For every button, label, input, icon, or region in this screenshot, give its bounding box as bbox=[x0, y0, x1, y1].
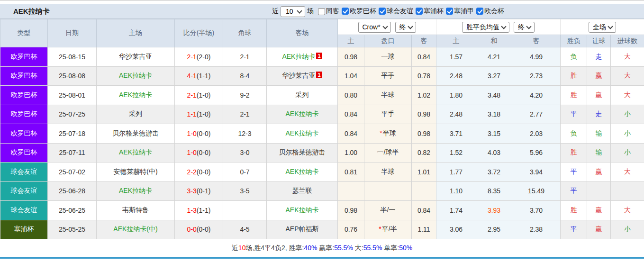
odds-type-select[interactable]: 胜平负均值 bbox=[462, 22, 509, 33]
summary-stats-text: 近10场,胜4平4负2, 胜率:40% 赢率:55.5% 大:55.5% 单率:… bbox=[232, 244, 412, 253]
ah-home-odds-cell: 0.98 bbox=[338, 201, 364, 220]
summary-segment: 近 bbox=[232, 244, 238, 252]
goals-result-cell: 小 bbox=[611, 143, 644, 163]
away-team-cell: 华沙莱吉亚1 bbox=[267, 66, 338, 86]
goals-result-cell: 小 bbox=[611, 105, 644, 124]
draw-odds-cell: 3.27 bbox=[476, 66, 512, 86]
ah-away-odds-cell: 1.11 bbox=[412, 220, 436, 239]
match-row: 欧罗巴杯25-07-11AEK拉纳卡1-0(0-0)3-0贝尔格莱德游击1.00… bbox=[0, 143, 644, 163]
draw-odds-cell: 4.21 bbox=[476, 47, 512, 67]
ah-line-cell: 一球 bbox=[364, 47, 412, 67]
competition-label: 欧罗巴杯 bbox=[350, 7, 376, 15]
col-header-ah-home: 主 bbox=[338, 35, 364, 47]
col-header-home: 主场 bbox=[97, 19, 175, 47]
score-cell: 4-1(1-1) bbox=[175, 66, 223, 86]
ah-home-odds-cell: 0.80 bbox=[338, 86, 364, 105]
ah-home-odds-cell: 1.04 bbox=[338, 66, 364, 86]
col-header-ah-away: 客 bbox=[412, 35, 436, 47]
result-cell: 平 bbox=[561, 105, 587, 124]
goals-result-cell: 大 bbox=[611, 47, 644, 67]
summary-segment: 单率: bbox=[382, 244, 399, 252]
ah-home-odds-cell: 0.81 bbox=[338, 163, 364, 182]
recent-label: 近 bbox=[272, 7, 279, 16]
goals-result-cell: 小 bbox=[611, 124, 644, 144]
bookmaker-time-select-wrap: 终 bbox=[395, 22, 416, 33]
corner-cell: 12-3 bbox=[223, 124, 267, 144]
ah-home-odds-cell: 0.76 bbox=[338, 220, 364, 239]
away-team-cell: AEK拉纳卡 bbox=[267, 163, 338, 182]
col-header-score: 比分(半场) bbox=[175, 19, 223, 47]
league-type-cell: 欧罗巴杯 bbox=[0, 105, 48, 124]
draw-odds-cell: 3.72 bbox=[476, 163, 512, 182]
odds-time-select[interactable]: 终 bbox=[514, 22, 535, 33]
competition-checkbox[interactable] bbox=[416, 8, 423, 15]
team-name: AEK拉纳卡 bbox=[119, 72, 152, 79]
filter-bar: 近 10 场 同客 欧罗巴杯球会友谊塞浦杯塞浦甲欧会杯 bbox=[270, 6, 504, 17]
handicap-selector-cell: Crow* 终 bbox=[338, 19, 436, 35]
competition-checkbox[interactable] bbox=[476, 8, 483, 15]
league-type-cell: 欧罗巴杯 bbox=[0, 143, 48, 163]
lose-odds-cell: 15.49 bbox=[512, 181, 561, 201]
home-team-cell: 华沙莱吉亚 bbox=[97, 47, 175, 67]
recent-count-select[interactable]: 10 bbox=[281, 6, 305, 17]
home-team-cell: AEK拉纳卡(中) bbox=[97, 220, 175, 239]
bookmaker-time-select[interactable]: 终 bbox=[395, 22, 416, 33]
ah-away-odds-cell: 0.84 bbox=[412, 47, 436, 67]
team-name: AEK拉纳卡(中) bbox=[113, 225, 157, 233]
win-odds-cell: 3.06 bbox=[436, 220, 476, 239]
summary-segment: 大: bbox=[353, 244, 363, 252]
lose-odds-cell: 3.70 bbox=[512, 201, 561, 220]
ah-away-odds-cell: 1.02 bbox=[412, 86, 436, 105]
result-cell: 胜 bbox=[561, 66, 587, 86]
corner-cell: 2-1 bbox=[223, 105, 267, 124]
competition-checkbox[interactable] bbox=[342, 8, 349, 15]
scope-select[interactable]: 全场 bbox=[589, 22, 616, 33]
home-team-cell: AEK拉纳卡 bbox=[97, 181, 175, 201]
page-title: AEK拉纳卡 bbox=[13, 7, 50, 16]
ah-home-odds-cell: 0.98 bbox=[338, 47, 364, 67]
team-name: AEK拉纳卡 bbox=[119, 148, 152, 156]
lose-odds-cell: 2.38 bbox=[512, 220, 561, 239]
ah-away-odds-cell: 0.78 bbox=[412, 66, 436, 86]
odds-selector-cell: 胜平负均值 终 bbox=[436, 19, 561, 35]
match-row: 球会友谊25-06-28AEK拉纳卡3-3(0-1)3-5瑟兰联1.108.35… bbox=[0, 181, 644, 201]
league-type-cell: 欧罗巴杯 bbox=[0, 66, 48, 86]
win-odds-cell: 1.77 bbox=[436, 163, 476, 182]
col-header-date: 日期 bbox=[48, 19, 97, 47]
goals-result-cell: 大 bbox=[611, 163, 644, 182]
lose-odds-cell: 4.20 bbox=[512, 86, 561, 105]
score-cell: 1-0(0-0) bbox=[175, 143, 223, 163]
match-history-table: 类型 日期 主场 比分(半场) 角球 客场 Crow* 终 胜平负均值 终 bbox=[0, 19, 644, 239]
draw-odds-cell: 3.18 bbox=[476, 105, 512, 124]
draw-odds-cell: 3.15 bbox=[476, 124, 512, 144]
col-header-handicap-result: 让球 bbox=[587, 35, 611, 47]
summary-stats: 近10场,胜4平4负2, 胜率:40% 赢率:55.5% 大:55.5% 单率:… bbox=[0, 239, 644, 257]
score-cell: 2-2(0-0) bbox=[175, 163, 223, 182]
team-name: 韦斯特鲁 bbox=[122, 206, 149, 214]
ah-home-odds-cell bbox=[338, 181, 364, 201]
recent-count-select-wrap: 10 bbox=[281, 6, 305, 17]
result-cell: 平 bbox=[561, 163, 587, 182]
league-type-cell: 塞浦杯 bbox=[0, 220, 48, 239]
odds-time-select-wrap: 终 bbox=[514, 22, 535, 33]
bookmaker-select[interactable]: Crow* bbox=[358, 22, 391, 33]
ah-home-odds-cell: 0.84 bbox=[338, 105, 364, 124]
lose-odds-cell: 2.73 bbox=[512, 66, 561, 86]
scope-selector-cell: 全场 bbox=[561, 19, 644, 35]
win-odds-cell: 1.74 bbox=[436, 201, 476, 220]
competition-checkbox[interactable] bbox=[446, 8, 453, 15]
team-name: 采列 bbox=[296, 91, 309, 99]
home-team-cell: 安德莱赫特(中) bbox=[97, 163, 175, 182]
competition-checkbox[interactable] bbox=[379, 8, 386, 15]
handicap-result-cell: 赢 bbox=[587, 220, 611, 239]
same-venue-checkbox[interactable] bbox=[318, 8, 325, 15]
result-cell: 胜 bbox=[561, 143, 587, 163]
result-cell: 负 bbox=[561, 47, 587, 67]
win-odds-cell: 3.71 bbox=[436, 124, 476, 144]
line-change-star: * bbox=[379, 225, 381, 233]
summary-segment: 赢率: bbox=[317, 244, 334, 252]
handicap-result-cell: 赢 bbox=[587, 66, 611, 86]
lose-odds-cell: 5.96 bbox=[512, 143, 561, 163]
ah-home-odds-cell: 1.00 bbox=[338, 143, 364, 163]
draw-odds-cell: 3.93 bbox=[476, 201, 512, 220]
